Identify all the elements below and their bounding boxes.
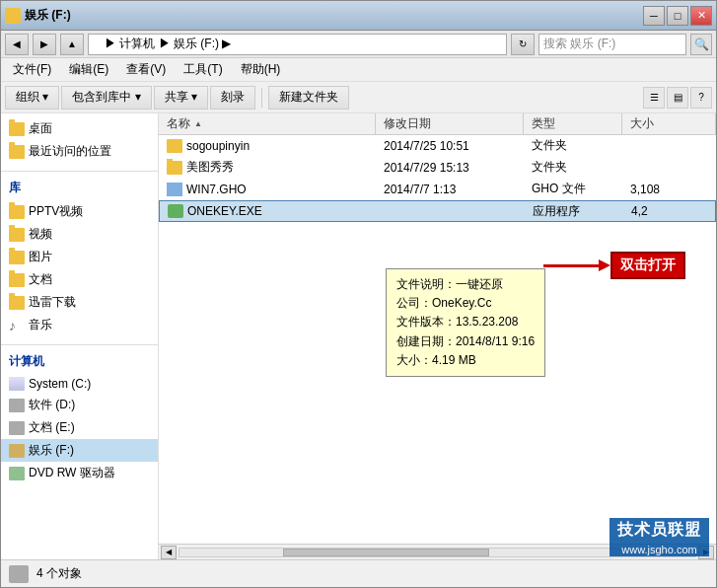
sidebar-divider-2 (1, 344, 158, 345)
tooltip-date: 创建日期：2014/8/11 9:16 (396, 332, 535, 351)
maximize-button[interactable]: □ (667, 6, 688, 26)
file-name-text: 美图秀秀 (186, 159, 234, 176)
view-details-button[interactable]: ▤ (667, 87, 688, 109)
minimize-button[interactable]: ─ (643, 6, 665, 26)
file-name-text: ONEKEY.EXE (187, 204, 262, 218)
file-type-cell: 应用程序 (525, 203, 623, 220)
close-button[interactable]: ✕ (690, 6, 712, 26)
col-header-date[interactable]: 修改日期 (376, 113, 524, 134)
sidebar-group-library[interactable]: 库 (1, 176, 158, 200)
include-library-button[interactable]: 包含到库中 ▾ (61, 86, 151, 110)
library-group-label: 库 (9, 180, 21, 196)
address-path[interactable]: ▶ 计算机 ▶ 娱乐 (F:) ▶ (88, 34, 507, 55)
scroll-right-button[interactable]: ▶ (698, 546, 714, 559)
sidebar-label-dvd: DVD RW 驱动器 (29, 465, 115, 481)
menu-file[interactable]: 文件(F) (5, 59, 59, 80)
sidebar-item-music[interactable]: ♪ 音乐 (1, 314, 158, 336)
pptv-folder-icon (9, 205, 25, 219)
organize-button[interactable]: 组织 ▾ (5, 86, 59, 110)
sidebar-item-video[interactable]: 视频 (1, 223, 158, 246)
scroll-left-button[interactable]: ◀ (161, 546, 177, 559)
sidebar-item-d-drive[interactable]: 软件 (D:) (1, 394, 158, 416)
status-text: 4 个对象 (36, 565, 82, 582)
sidebar-item-thunder[interactable]: 迅雷下载 (1, 291, 158, 314)
sidebar-label-recent: 最近访问的位置 (29, 143, 111, 160)
tooltip-desc-value: 一键还原 (456, 277, 503, 291)
col-header-type[interactable]: 类型 (524, 113, 622, 134)
title-bar-buttons: ─ □ ✕ (643, 6, 712, 26)
col-header-size[interactable]: 大小 (622, 113, 716, 134)
table-row[interactable]: ONEKEY.EXE 应用程序 4,2 (159, 200, 716, 222)
refresh-button[interactable]: ↻ (511, 34, 535, 55)
title-bar: 娱乐 (F:) ─ □ ✕ (1, 1, 716, 31)
menu-tools[interactable]: 工具(T) (176, 59, 230, 80)
file-name-cell: ONEKEY.EXE (160, 204, 377, 218)
search-button[interactable]: 🔍 (690, 34, 712, 55)
file-date-cell: 2014/7/29 15:13 (376, 161, 524, 175)
toolbar: 组织 ▾ 包含到库中 ▾ 共享 ▾ 刻录 新建文件夹 ☰ ▤ ? (1, 82, 716, 113)
title-bar-icon (5, 8, 21, 24)
sidebar-item-pictures[interactable]: 图片 (1, 246, 158, 268)
toolbar-right: ☰ ▤ ? (643, 87, 712, 109)
sidebar-item-desktop[interactable]: 桌面 (1, 117, 158, 140)
sidebar-item-e-drive[interactable]: 文档 (E:) (1, 416, 158, 439)
sidebar-item-c-drive[interactable]: System (C:) (1, 374, 158, 394)
exe-icon (168, 204, 183, 218)
tooltip-company-label: 公司： (396, 296, 432, 310)
status-bar: 4 个对象 (1, 559, 716, 587)
file-size-cell: 4,2 (623, 204, 715, 218)
help-button[interactable]: ? (690, 87, 712, 109)
folder-icon-sogou (167, 139, 182, 153)
sidebar-section-library: 库 PPTV视频 视频 图片 文档 (1, 176, 158, 336)
file-name-text: sogoupinyin (186, 139, 250, 153)
file-name-cell: 美图秀秀 (159, 159, 376, 176)
d-drive-icon (9, 399, 25, 412)
sidebar-item-recent[interactable]: 最近访问的位置 (1, 140, 158, 163)
menu-view[interactable]: 查看(V) (118, 59, 174, 80)
tooltip-date-label: 创建日期： (396, 334, 456, 348)
sidebar-item-pptv[interactable]: PPTV视频 (1, 200, 158, 223)
sort-arrow-icon: ▲ (194, 119, 202, 128)
video-folder-icon (9, 228, 25, 242)
scroll-track[interactable] (179, 548, 696, 557)
sidebar-label-pptv: PPTV视频 (29, 203, 83, 220)
col-header-name[interactable]: 名称 ▲ (159, 113, 376, 134)
dvd-drive-icon (9, 467, 25, 480)
file-list: sogoupinyin 2014/7/25 10:51 文件夹 美图秀秀 201… (159, 135, 716, 544)
table-row[interactable]: WIN7.GHO 2014/7/7 1:13 GHO 文件 3,108 (159, 179, 716, 200)
sidebar-label-d: 软件 (D:) (29, 397, 75, 413)
sidebar-group-computer[interactable]: 计算机 (1, 349, 158, 374)
sidebar-label-e: 文档 (E:) (29, 419, 75, 436)
new-folder-button[interactable]: 新建文件夹 (268, 86, 349, 110)
sidebar-item-dvd[interactable]: DVD RW 驱动器 (1, 462, 158, 484)
c-drive-icon (9, 377, 25, 391)
tooltip-date-value: 2014/8/11 9:16 (456, 334, 535, 348)
file-type-cell: 文件夹 (524, 159, 622, 176)
file-name-text: WIN7.GHO (186, 183, 247, 196)
back-button[interactable]: ◀ (5, 34, 29, 55)
file-name-cell: WIN7.GHO (159, 183, 376, 196)
sidebar-item-documents[interactable]: 文档 (1, 268, 158, 291)
menu-edit[interactable]: 编辑(E) (61, 59, 116, 80)
burn-button[interactable]: 刻录 (210, 86, 255, 110)
annotation-arrow: 双击打开 (543, 252, 685, 279)
sidebar-item-f-drive[interactable]: 娱乐 (F:) (1, 439, 158, 462)
menu-help[interactable]: 帮助(H) (233, 59, 289, 80)
table-row[interactable]: 美图秀秀 2014/7/29 15:13 文件夹 (159, 157, 716, 179)
forward-button[interactable]: ▶ (33, 34, 56, 55)
file-date-cell: 2014/7/7 1:13 (376, 183, 524, 196)
desktop-icon (9, 122, 25, 136)
tooltip-size: 大小：4.19 MB (396, 351, 535, 370)
file-type-cell: 文件夹 (524, 137, 622, 154)
search-box[interactable]: 搜索 娱乐 (F:) (538, 34, 686, 55)
table-row[interactable]: sogoupinyin 2014/7/25 10:51 文件夹 (159, 135, 716, 157)
sidebar: 桌面 最近访问的位置 库 PPTV视频 视频 (1, 113, 159, 559)
share-button[interactable]: 共享 ▾ (154, 86, 208, 110)
pictures-folder-icon (9, 251, 25, 264)
up-button[interactable]: ▲ (60, 34, 84, 55)
arrow-line (543, 264, 603, 267)
view-toggle-button[interactable]: ☰ (643, 87, 665, 109)
toolbar-separator (261, 88, 262, 108)
sidebar-label-video: 视频 (29, 226, 52, 243)
file-area: 名称 ▲ 修改日期 类型 大小 sogo (159, 113, 716, 559)
